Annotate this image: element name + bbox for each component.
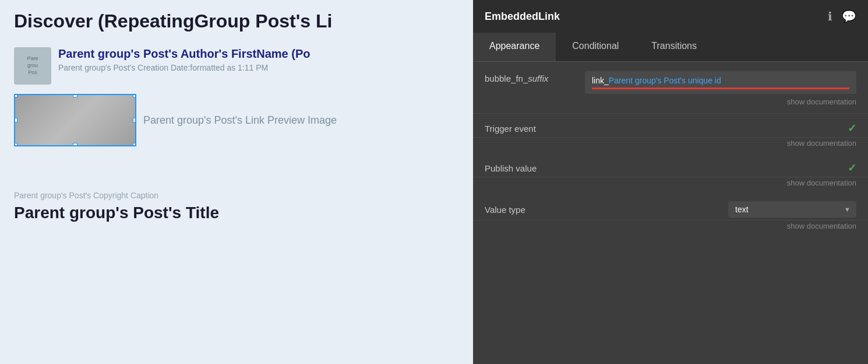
handle-top-mid <box>73 94 77 97</box>
bubble-fn-suffix-show-doc[interactable]: show documentation <box>585 96 856 111</box>
post-meta: Parent group's Post's Author's FirstName… <box>58 47 310 72</box>
value-type-select[interactable]: text number boolean date <box>728 201 856 218</box>
tab-conditional[interactable]: Conditional <box>556 33 635 61</box>
properties-panel: EmbeddedLink ℹ 💬 Appearance Conditional … <box>473 0 868 364</box>
unique-id-text: Parent group's Post's unique id <box>609 76 721 85</box>
trigger-event-checkmark[interactable]: ✓ <box>848 122 856 135</box>
page-title: Discover (RepeatingGroup Post's Li <box>0 0 473 38</box>
bubble-fn-suffix-row: bubble_fn_suffix link_Parent group's Pos… <box>473 62 868 114</box>
handle-top-right <box>133 94 136 97</box>
tab-appearance[interactable]: Appearance <box>473 33 556 61</box>
publish-value-row: Publish value ✓ <box>473 153 868 177</box>
publish-value-checkmark[interactable]: ✓ <box>848 162 856 174</box>
value-type-row: Value type text number boolean date <box>473 193 868 220</box>
comment-icon[interactable]: 💬 <box>842 9 856 23</box>
post-avatar: Pare grou Pos <box>14 47 51 85</box>
trigger-event-section: Trigger event ✓ show documentation <box>473 114 868 153</box>
post-copyright: Parent group's Post's Copyright Caption <box>14 191 459 200</box>
tabs-bar: Appearance Conditional Transitions <box>473 33 868 62</box>
value-type-select-wrapper: text number boolean date <box>728 201 856 218</box>
handle-top-left <box>14 94 17 97</box>
post-footer: Parent group's Post's Copyright Caption … <box>0 156 473 222</box>
handle-bot-right <box>133 143 136 146</box>
post-card: Pare grou Pos Parent group's Post's Auth… <box>0 38 473 156</box>
trigger-event-row: Trigger event ✓ <box>473 114 868 138</box>
red-underline <box>592 88 849 89</box>
value-type-show-doc[interactable]: show documentation <box>473 220 868 236</box>
handle-bot-left <box>14 143 17 146</box>
publish-value-label: Publish value <box>485 163 537 173</box>
post-image-box[interactable] <box>14 94 136 146</box>
handle-mid-right <box>133 118 136 123</box>
properties-area: bubble_fn_suffix link_Parent group's Pos… <box>473 62 868 364</box>
handle-bot-mid <box>73 143 77 146</box>
panel-header: EmbeddedLink ℹ 💬 <box>473 0 868 33</box>
tab-transitions[interactable]: Transitions <box>635 33 713 61</box>
post-date: Parent group's Post's Creation Date:form… <box>58 63 310 72</box>
post-author: Parent group's Post's Author's FirstName… <box>58 47 310 61</box>
canvas-panel: Discover (RepeatingGroup Post's Li Pare … <box>0 0 473 364</box>
value-type-label: Value type <box>485 205 525 215</box>
panel-title: EmbeddedLink <box>485 10 560 23</box>
publish-value-section: Publish value ✓ show documentation <box>473 153 868 193</box>
info-icon[interactable]: ℹ <box>828 9 832 23</box>
bubble-fn-suffix-label: bubble_fn_suffix <box>485 71 578 83</box>
handle-mid-left <box>14 118 17 123</box>
bubble-fn-suffix-value-area: link_Parent group's Post's unique id sho… <box>585 71 856 111</box>
trigger-event-label: Trigger event <box>485 124 536 134</box>
trigger-event-show-doc[interactable]: show documentation <box>473 138 868 153</box>
publish-value-show-doc[interactable]: show documentation <box>473 177 868 193</box>
post-image-label: Parent group's Post's Link Preview Image <box>143 114 337 127</box>
bubble-fn-suffix-value[interactable]: link_Parent group's Post's unique id <box>585 71 856 94</box>
post-title-text: Parent group's Post's Title <box>14 204 459 222</box>
post-image-row: Parent group's Post's Link Preview Image <box>14 94 459 146</box>
value-type-section: Value type text number boolean date show… <box>473 193 868 236</box>
header-icons: ℹ 💬 <box>828 9 856 23</box>
post-header: Pare grou Pos Parent group's Post's Auth… <box>14 47 459 85</box>
